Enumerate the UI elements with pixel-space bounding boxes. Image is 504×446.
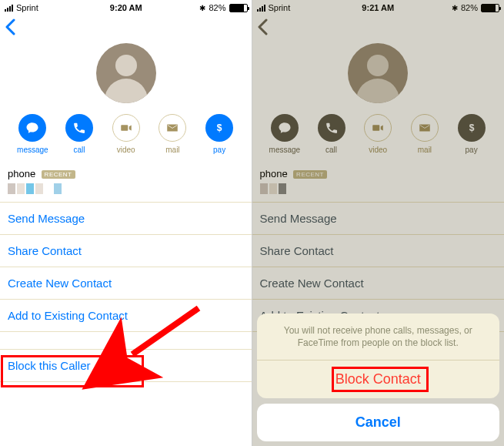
message-label: message	[12, 146, 53, 154]
call-label: call	[58, 146, 100, 154]
call-button[interactable]: call	[58, 114, 100, 154]
phone-field-label: phone	[260, 168, 288, 179]
status-time: 9:20 AM	[110, 3, 142, 12]
svg-text:$: $	[469, 122, 474, 133]
svg-text:$: $	[217, 122, 222, 133]
call-label: call	[311, 146, 352, 154]
phone-section: phone RECENT	[0, 162, 252, 203]
nav-bar	[0, 15, 252, 40]
video-icon	[112, 114, 140, 142]
contact-actions: message call video mail	[0, 114, 252, 162]
pay-button[interactable]: $ pay	[199, 114, 240, 154]
dollar-icon: $	[458, 114, 486, 142]
create-new-contact-row[interactable]: Create New Contact	[252, 267, 505, 300]
screenshot-left: Sprint 9:20 AM ✱ 82% message	[0, 0, 252, 446]
carrier-label: Sprint	[269, 3, 291, 12]
mail-button: mail	[404, 114, 446, 154]
list-gap	[0, 332, 252, 349]
status-bar: Sprint 9:20 AM ✱ 82%	[0, 0, 252, 15]
message-button[interactable]: message	[12, 114, 53, 154]
phone-number-redacted	[260, 183, 497, 194]
battery-icon	[229, 4, 248, 12]
phone-field-label: phone	[8, 168, 35, 179]
action-sheet: You will not receive phone calls, messag…	[257, 314, 500, 441]
message-icon	[271, 114, 299, 142]
video-button: video	[105, 114, 147, 154]
send-message-row[interactable]: Send Message	[0, 203, 252, 235]
contact-actions: message call video mail	[252, 114, 505, 162]
nav-bar	[252, 15, 505, 40]
call-button[interactable]: call	[311, 114, 352, 154]
status-bar: Sprint 9:21 AM ✱ 82%	[252, 0, 505, 15]
recent-badge: RECENT	[293, 170, 327, 179]
video-label: video	[357, 146, 399, 154]
cancel-button[interactable]: Cancel	[257, 404, 500, 441]
message-label: message	[264, 146, 305, 154]
dollar-icon: $	[205, 114, 233, 142]
video-icon	[364, 114, 392, 142]
share-contact-row[interactable]: Share Contact	[0, 235, 252, 267]
bluetooth-icon: ✱	[199, 4, 205, 12]
mail-label: mail	[404, 146, 446, 154]
screenshot-right: Sprint 9:21 AM ✱ 82% message	[252, 0, 505, 446]
battery-pct: 82%	[209, 3, 225, 12]
message-button[interactable]: message	[264, 114, 305, 154]
message-icon	[18, 114, 46, 142]
signal-icon	[257, 5, 265, 12]
back-button[interactable]	[257, 18, 269, 35]
block-caller-row[interactable]: Block this Caller	[0, 349, 252, 382]
carrier-label: Sprint	[16, 3, 38, 12]
phone-icon	[318, 114, 345, 142]
phone-icon	[65, 114, 93, 142]
add-existing-contact-row[interactable]: Add to Existing Contact	[0, 300, 252, 332]
video-button: video	[357, 114, 399, 154]
phone-section: phone RECENT	[252, 162, 505, 203]
pay-label: pay	[451, 146, 492, 154]
contact-avatar	[0, 43, 252, 103]
mail-icon	[159, 114, 186, 142]
mail-icon	[411, 114, 439, 142]
block-contact-button[interactable]: Block Contact	[257, 360, 500, 398]
contact-avatar	[252, 43, 505, 103]
mail-button: mail	[152, 114, 193, 154]
recent-badge: RECENT	[42, 170, 75, 179]
signal-icon	[5, 5, 13, 12]
bluetooth-icon: ✱	[452, 4, 458, 12]
battery-pct: 82%	[461, 3, 478, 12]
video-label: video	[105, 146, 147, 154]
battery-icon	[481, 4, 499, 12]
pay-button[interactable]: $ pay	[451, 114, 492, 154]
status-time: 9:21 AM	[362, 3, 394, 12]
action-sheet-message: You will not receive phone calls, messag…	[257, 314, 500, 360]
share-contact-row[interactable]: Share Contact	[252, 235, 505, 267]
back-button[interactable]	[5, 18, 17, 35]
mail-label: mail	[152, 146, 193, 154]
pay-label: pay	[199, 146, 240, 154]
send-message-row[interactable]: Send Message	[252, 203, 505, 235]
phone-number-redacted	[8, 183, 245, 194]
create-new-contact-row[interactable]: Create New Contact	[0, 267, 252, 300]
